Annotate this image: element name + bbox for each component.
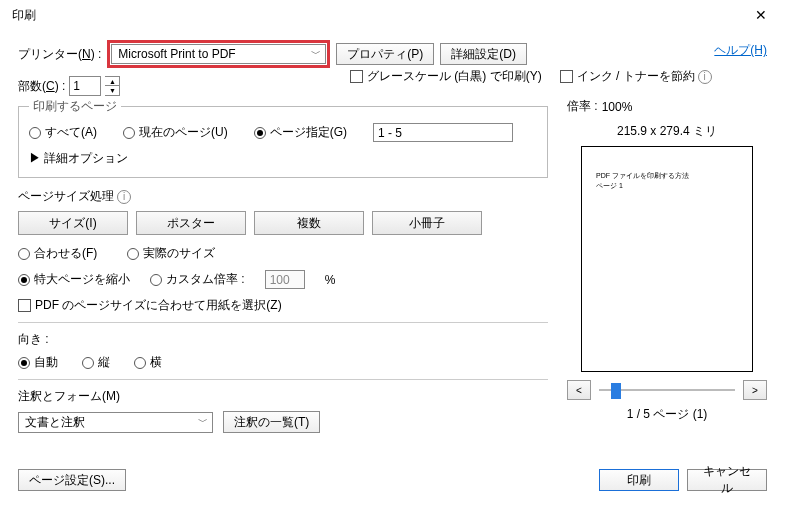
tab-booklet[interactable]: 小冊子: [372, 211, 482, 235]
next-page-button[interactable]: >: [743, 380, 767, 400]
fit-radio[interactable]: 合わせる(F): [18, 245, 97, 262]
more-options-toggle[interactable]: ▶ 詳細オプション: [29, 150, 128, 167]
preview-page: PDF ファイルを印刷する方法 ページ 1: [581, 146, 753, 372]
custom-scale-radio[interactable]: カスタム倍率 :: [150, 271, 245, 288]
prev-page-button[interactable]: <: [567, 380, 591, 400]
orientation-auto-radio[interactable]: 自動: [18, 354, 58, 371]
scale-label: 倍率 :: [567, 98, 598, 115]
copies-spinner[interactable]: ▲▼: [105, 76, 120, 96]
info-icon[interactable]: i: [698, 70, 712, 84]
preview-text-2: ページ 1: [596, 181, 738, 191]
grayscale-checkbox[interactable]: グレースケール (白黒) で印刷(Y): [350, 68, 542, 85]
range-current-radio[interactable]: 現在のページ(U): [123, 124, 228, 141]
summarize-comments-button[interactable]: 注釈の一覧(T): [223, 411, 320, 433]
comments-forms-title: 注釈とフォーム(M): [18, 388, 120, 405]
tab-multiple[interactable]: 複数: [254, 211, 364, 235]
printer-selected: Microsoft Print to PDF: [118, 47, 235, 61]
printer-highlight: Microsoft Print to PDF ﹀: [107, 40, 330, 68]
comments-forms-dropdown[interactable]: 文書と注釈 ﹀: [18, 412, 213, 433]
info-icon[interactable]: i: [117, 190, 131, 204]
orientation-portrait-radio[interactable]: 縦: [82, 354, 110, 371]
percent-label: %: [325, 273, 336, 287]
orientation-title: 向き :: [18, 331, 49, 348]
print-range-legend: 印刷するページ: [29, 98, 121, 115]
tab-size[interactable]: サイズ(I): [18, 211, 128, 235]
properties-button[interactable]: プロパティ(P): [336, 43, 434, 65]
custom-scale-input: [265, 270, 305, 289]
copies-label: 部数(C) :: [18, 78, 65, 95]
size-handling-title: ページサイズ処理: [18, 188, 114, 205]
scale-value: 100%: [602, 100, 633, 114]
advanced-settings-button[interactable]: 詳細設定(D): [440, 43, 527, 65]
page-indicator: 1 / 5 ページ (1): [627, 407, 708, 421]
range-all-radio[interactable]: すべて(A): [29, 124, 97, 141]
chevron-down-icon: ﹀: [198, 415, 208, 429]
preview-text-1: PDF ファイルを印刷する方法: [596, 171, 738, 181]
range-pages-radio[interactable]: ページ指定(G): [254, 124, 347, 141]
paper-size: 215.9 x 279.4 ミリ: [617, 124, 717, 138]
printer-label: プリンター(N) :: [18, 46, 101, 63]
copies-input[interactable]: [69, 76, 101, 96]
pages-input[interactable]: [373, 123, 513, 142]
pdf-pagesize-checkbox[interactable]: PDF のページサイズに合わせて用紙を選択(Z): [18, 297, 282, 314]
print-button[interactable]: 印刷: [599, 469, 679, 491]
dialog-title: 印刷: [12, 7, 36, 24]
tab-poster[interactable]: ポスター: [136, 211, 246, 235]
shrink-radio[interactable]: 特大ページを縮小: [18, 271, 130, 288]
page-slider[interactable]: [599, 380, 735, 400]
save-ink-checkbox[interactable]: インク / トナーを節約i: [560, 68, 712, 85]
printer-dropdown[interactable]: Microsoft Print to PDF ﹀: [111, 44, 326, 64]
chevron-down-icon: ﹀: [311, 47, 321, 61]
close-button[interactable]: ✕: [741, 1, 781, 29]
print-range-group: 印刷するページ すべて(A) 現在のページ(U) ページ指定(G) ▶ 詳細オプ…: [18, 98, 548, 178]
orientation-landscape-radio[interactable]: 横: [134, 354, 162, 371]
cancel-button[interactable]: キャンセル: [687, 469, 767, 491]
actual-size-radio[interactable]: 実際のサイズ: [127, 245, 215, 262]
page-setup-button[interactable]: ページ設定(S)...: [18, 469, 126, 491]
